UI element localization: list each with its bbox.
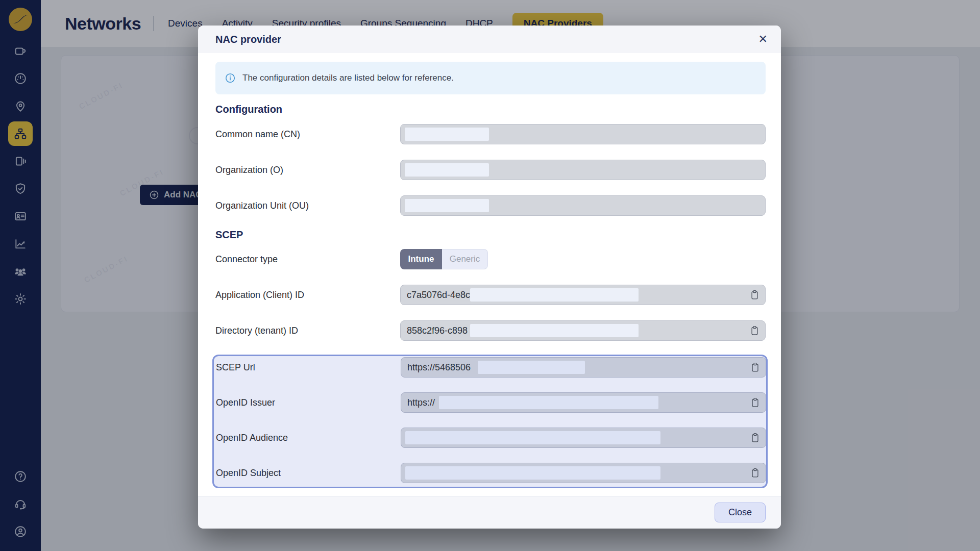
info-icon (225, 72, 236, 84)
organization-unit-input[interactable] (400, 195, 766, 216)
connector-option-intune[interactable]: Intune (400, 249, 442, 269)
field-value: https://5468506 (407, 362, 471, 373)
field-label: Organization Unit (OU) (215, 201, 400, 211)
field-row-openid-issuer: OpenID Issuer https:// (216, 392, 766, 413)
redacted-value (470, 324, 639, 337)
clipboard-icon (751, 362, 760, 372)
field-label: SCEP Url (216, 362, 401, 373)
field-row-openid-audience: OpenID Audience (216, 428, 766, 448)
redacted-value (470, 288, 639, 302)
copy-button[interactable] (749, 289, 760, 301)
field-label: Connector type (215, 254, 400, 265)
redacted-value (439, 396, 658, 409)
application-client-id-input[interactable]: c7a5076d-4e8c (400, 285, 766, 305)
highlighted-openid-group: SCEP Url https://5468506 OpenID Issuer h… (212, 355, 768, 488)
field-row-scep-url: SCEP Url https://5468506 (216, 357, 766, 378)
field-row-openid-subject: OpenID Subject (216, 463, 766, 483)
field-row-directory-tenant-id: Directory (tenant) ID 858c2f96-c898 (215, 320, 766, 341)
field-row-organization-unit: Organization Unit (OU) (215, 195, 766, 216)
copy-button[interactable] (749, 324, 760, 337)
openid-subject-input[interactable] (401, 463, 766, 483)
field-value: https:// (407, 397, 435, 408)
clipboard-icon (751, 433, 760, 443)
connector-type-toggle: Intune Generic (400, 249, 488, 269)
field-label: OpenID Issuer (216, 397, 401, 408)
clipboard-icon (750, 325, 759, 336)
connector-option-generic[interactable]: Generic (442, 249, 488, 269)
close-icon[interactable]: ✕ (758, 34, 768, 45)
redacted-value (405, 431, 660, 444)
clipboard-icon (751, 468, 760, 478)
copy-button[interactable] (749, 432, 761, 444)
field-value: c7a5076d-4e8c (407, 290, 470, 300)
redacted-value (405, 163, 489, 177)
clipboard-icon (750, 290, 759, 300)
scep-url-input[interactable]: https://5468506 (401, 357, 766, 378)
clipboard-icon (751, 397, 760, 408)
modal-header: NAC provider ✕ (198, 26, 781, 53)
info-banner-text: The configuration details are listed bel… (242, 73, 454, 83)
organization-input[interactable] (400, 160, 766, 180)
directory-tenant-id-input[interactable]: 858c2f96-c898 (400, 320, 766, 341)
field-label: Application (Client) ID (215, 290, 400, 300)
redacted-value (405, 466, 660, 480)
field-row-connector-type: Connector type Intune Generic (215, 249, 766, 269)
field-row-application-client-id: Application (Client) ID c7a5076d-4e8c (215, 285, 766, 305)
redacted-value (405, 128, 489, 141)
field-label: OpenID Audience (216, 433, 401, 443)
redacted-value (405, 199, 489, 212)
modal-footer: Close (198, 496, 781, 529)
field-row-common-name: Common name (CN) (215, 124, 766, 144)
field-label: Organization (O) (215, 165, 400, 176)
field-label: Common name (CN) (215, 129, 400, 140)
common-name-input[interactable] (400, 124, 766, 144)
openid-issuer-input[interactable]: https:// (401, 392, 766, 413)
openid-audience-input[interactable] (401, 428, 766, 448)
modal-body: The configuration details are listed bel… (198, 53, 781, 496)
modal-title: NAC provider (215, 34, 281, 45)
field-value: 858c2f96-c898 (407, 325, 468, 336)
close-button[interactable]: Close (715, 503, 766, 522)
field-label: Directory (tenant) ID (215, 325, 400, 336)
scep-heading: SCEP (215, 228, 766, 241)
configuration-heading: Configuration (215, 103, 766, 116)
info-banner: The configuration details are listed bel… (215, 62, 766, 94)
nac-provider-modal: NAC provider ✕ The configuration details… (198, 26, 781, 529)
redacted-value (478, 361, 585, 374)
field-row-organization: Organization (O) (215, 160, 766, 180)
field-label: OpenID Subject (216, 468, 401, 479)
copy-button[interactable] (749, 467, 761, 479)
copy-button[interactable] (749, 361, 761, 373)
copy-button[interactable] (749, 396, 761, 409)
